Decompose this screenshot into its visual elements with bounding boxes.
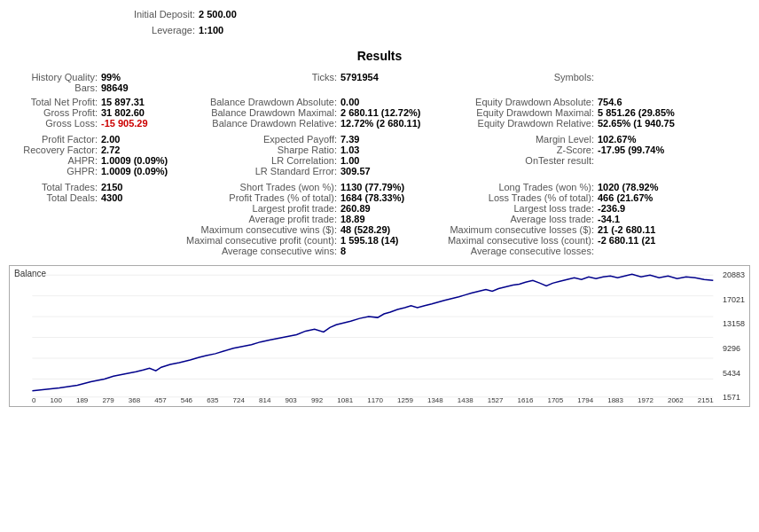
balance-drawdown-max-value: 2 680.11 (12.72%) <box>337 107 434 118</box>
equity-drawdown-rel-value: 52.65% (1 940.75 <box>594 118 759 129</box>
sharpe-ratio-label: Sharpe Ratio: <box>177 145 337 155</box>
x-label: 1616 <box>518 396 534 404</box>
table-row: History Quality: 99% Ticks: 5791954 Symb… <box>0 72 759 82</box>
table-row: Profit Factor: 2.00 Expected Payoff: 7.3… <box>0 134 759 145</box>
max-consec-wins-value: 48 (528.29) <box>337 224 434 235</box>
ahpr-value: 1.0009 (0.09%) <box>98 155 177 166</box>
margin-level-value: 102.67% <box>594 134 759 145</box>
total-net-profit-label: Total Net Profit: <box>0 97 98 107</box>
x-label: 457 <box>154 396 166 404</box>
x-label: 724 <box>233 396 245 404</box>
table-row: Gross Loss: -15 905.29 Balance Drawdown … <box>0 118 759 129</box>
x-label: 546 <box>181 396 192 404</box>
x-label: 1081 <box>337 396 353 404</box>
x-label: 1259 <box>397 396 413 404</box>
x-label: 2062 <box>668 396 684 404</box>
bars-value: 98649 <box>98 82 177 93</box>
equity-drawdown-abs-value: 754.6 <box>594 97 759 107</box>
stats-table: History Quality: 99% Ticks: 5791954 Symb… <box>0 72 759 256</box>
x-label: 1705 <box>547 396 563 404</box>
balance-drawdown-rel-label: Balance Drawdown Relative: <box>177 118 337 129</box>
zscore-value: -17.95 (99.74% <box>594 145 759 155</box>
results-title: Results <box>0 49 759 63</box>
short-trades-label: Short Trades (won %): <box>177 182 337 192</box>
recovery-factor-label: Recovery Factor: <box>0 145 98 155</box>
equity-drawdown-abs-label: Equity Drawdown Absolute: <box>434 97 594 107</box>
x-label: 1170 <box>367 396 383 404</box>
x-label: 814 <box>259 396 270 404</box>
symbols-label: Symbols: <box>434 72 594 82</box>
x-label: 2151 <box>698 396 714 404</box>
symbols-value <box>594 72 759 82</box>
avg-consec-wins-label: Average consecutive wins: <box>177 246 337 256</box>
x-label: 279 <box>102 396 113 404</box>
lr-stderr-value: 309.57 <box>337 166 434 176</box>
chart-x-labels: 0 100 189 279 368 457 546 635 724 814 90… <box>32 396 714 404</box>
avg-profit-label: Average profit trade: <box>177 214 337 224</box>
ontester-result-value <box>594 155 759 166</box>
maximal-consec-loss-value: -2 680.11 (21 <box>594 235 759 246</box>
table-row: Total Deals: 4300 Profit Trades (% of to… <box>0 192 759 203</box>
balance-drawdown-abs-value: 0.00 <box>337 97 434 107</box>
table-row: GHPR: 1.0009 (0.09%) LR Standard Error: … <box>0 166 759 176</box>
equity-drawdown-max-label: Equity Drawdown Maximal: <box>434 107 594 118</box>
long-trades-label: Long Trades (won %): <box>434 182 594 192</box>
total-trades-value: 2150 <box>98 182 177 192</box>
x-label: 992 <box>311 396 323 404</box>
profit-trades-value: 1684 (78.33%) <box>337 192 434 203</box>
max-consec-losses-value: 21 (-2 680.11 <box>594 224 759 235</box>
balance-line <box>32 274 713 390</box>
largest-profit-value: 260.89 <box>337 203 434 214</box>
total-deals-label: Total Deals: <box>0 192 98 203</box>
table-row: Recovery Factor: 2.72 Sharpe Ratio: 1.03… <box>0 145 759 155</box>
expected-payoff-label: Expected Payoff: <box>177 134 337 145</box>
profit-factor-label: Profit Factor: <box>0 134 98 145</box>
leverage-label: Leverage: <box>106 23 195 39</box>
table-row: Average consecutive wins: 8 Average cons… <box>0 246 759 256</box>
lr-stderr-label: LR Standard Error: <box>177 166 337 176</box>
x-label: 189 <box>76 396 88 404</box>
table-row: Average profit trade: 18.89 Average loss… <box>0 214 759 224</box>
ontester-result-label: OnTester result: <box>434 155 594 166</box>
max-consec-losses-label: Maximum consecutive losses ($): <box>434 224 594 235</box>
sharpe-ratio-value: 1.03 <box>337 145 434 155</box>
gross-loss-label: Gross Loss: <box>0 118 98 129</box>
x-label: 1348 <box>427 396 443 404</box>
lr-correlation-value: 1.00 <box>337 155 434 166</box>
leverage-value: 1:100 <box>199 23 223 39</box>
ghpr-value: 1.0009 (0.09%) <box>98 166 177 176</box>
short-trades-value: 1130 (77.79%) <box>337 182 434 192</box>
recovery-factor-value: 2.72 <box>98 145 177 155</box>
ghpr-label: GHPR: <box>0 166 98 176</box>
x-label: 903 <box>285 396 296 404</box>
margin-level-label: Margin Level: <box>434 134 594 145</box>
balance-chart: Balance 20883 17021 13158 9296 5434 1571… <box>9 265 750 407</box>
x-label: 368 <box>129 396 140 404</box>
avg-consec-losses-label: Average consecutive losses: <box>434 246 594 256</box>
x-label: 1972 <box>638 396 653 404</box>
history-quality-value: 99% <box>98 72 177 82</box>
total-deals-value: 4300 <box>98 192 177 203</box>
total-net-profit-value: 15 897.31 <box>98 97 177 107</box>
largest-loss-value: -236.9 <box>594 203 759 214</box>
x-label: 635 <box>207 396 218 404</box>
x-label: 1527 <box>488 396 504 404</box>
maximal-consec-profit-value: 1 595.18 (14) <box>337 235 434 246</box>
history-quality-label: History Quality: <box>0 72 98 82</box>
expected-payoff-value: 7.39 <box>337 134 434 145</box>
chart-svg <box>10 266 749 406</box>
table-row: Maximal consecutive profit (count): 1 59… <box>0 235 759 246</box>
largest-profit-label: Largest profit trade: <box>177 203 337 214</box>
initial-deposit-label: Initial Deposit: <box>106 7 195 23</box>
zscore-label: Z-Score: <box>434 145 594 155</box>
profit-factor-value: 2.00 <box>98 134 177 145</box>
table-row: Total Net Profit: 15 897.31 Balance Draw… <box>0 97 759 107</box>
balance-drawdown-rel-value: 12.72% (2 680.11) <box>337 118 434 129</box>
equity-drawdown-max-value: 5 851.26 (29.85% <box>594 107 759 118</box>
table-row: Bars: 98649 <box>0 82 759 93</box>
equity-drawdown-rel-label: Equity Drawdown Relative: <box>434 118 594 129</box>
largest-loss-label: Largest loss trade: <box>434 203 594 214</box>
profit-trades-label: Profit Trades (% of total): <box>177 192 337 203</box>
table-row: Gross Profit: 31 802.60 Balance Drawdown… <box>0 107 759 118</box>
ticks-value: 5791954 <box>337 72 434 82</box>
